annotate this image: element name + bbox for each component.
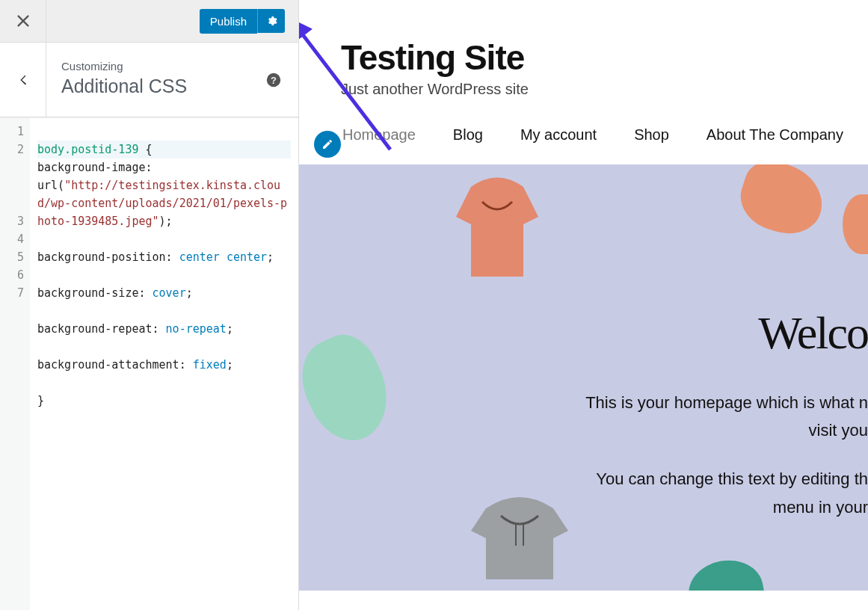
publish-button[interactable]: Publish — [200, 9, 257, 34]
close-icon — [15, 13, 31, 29]
pencil-icon — [321, 138, 333, 150]
edit-shortcut-button[interactable] — [314, 131, 341, 158]
site-tagline: Just another WordPress site — [341, 81, 868, 98]
code-content[interactable]: body.postid-139 {background-image: url("… — [30, 118, 298, 610]
site-header: Testing Site Just another WordPress site — [299, 0, 868, 105]
back-button[interactable] — [0, 43, 46, 117]
hero-sketch-teal-icon — [684, 555, 768, 591]
site-preview: Testing Site Just another WordPress site… — [299, 0, 868, 610]
nav-account[interactable]: My account — [520, 126, 597, 144]
hero-sketch-orange-edge-icon — [843, 194, 868, 254]
hero-paragraph-1a: This is your homepage which is what n — [547, 389, 868, 416]
hero-paragraph-1b: visit you — [547, 417, 868, 443]
hero-sketch-top-hoodie-icon — [441, 172, 553, 299]
line-number-gutter: 1 2 3 4 5 6 7 — [0, 118, 30, 610]
hero-paragraph-2b: menu in your — [547, 494, 868, 520]
hero-sketch-mint-shirt-icon — [299, 324, 404, 452]
section-title: Additional CSS — [61, 76, 250, 97]
hero-section: Welco This is your homepage which is wha… — [299, 164, 868, 591]
hero-sketch-orange-shirt-icon — [733, 164, 831, 243]
hero-title: Welco — [547, 306, 868, 360]
nav-shop[interactable]: Shop — [634, 126, 669, 144]
nav-blog[interactable]: Blog — [453, 126, 483, 144]
hero-text: Welco This is your homepage which is wha… — [547, 306, 868, 543]
site-title[interactable]: Testing Site — [341, 37, 868, 78]
publish-settings-toggle[interactable] — [257, 9, 285, 33]
site-nav: Homepage Blog My account Shop About The … — [299, 126, 868, 164]
publish-group: Publish — [200, 9, 285, 34]
nav-homepage[interactable]: Homepage — [342, 126, 416, 144]
hero-paragraph-2a: You can change this text by editing th — [547, 466, 868, 492]
customizer-topbar: Publish — [0, 0, 298, 43]
section-header: Customizing Additional CSS ? — [0, 43, 298, 117]
close-customizer-button[interactable] — [0, 0, 46, 42]
help-icon: ? — [265, 72, 282, 88]
section-supertitle: Customizing — [61, 60, 250, 73]
gear-icon — [265, 15, 277, 27]
nav-about[interactable]: About The Company — [707, 126, 843, 144]
customizer-sidebar: Publish Customizing Additional CSS — [0, 0, 299, 610]
svg-text:?: ? — [271, 74, 277, 85]
help-button[interactable]: ? — [262, 69, 285, 91]
css-editor[interactable]: 1 2 3 4 5 6 7 body.postid-139 {backgroun… — [0, 117, 298, 610]
chevron-left-icon — [15, 72, 31, 88]
